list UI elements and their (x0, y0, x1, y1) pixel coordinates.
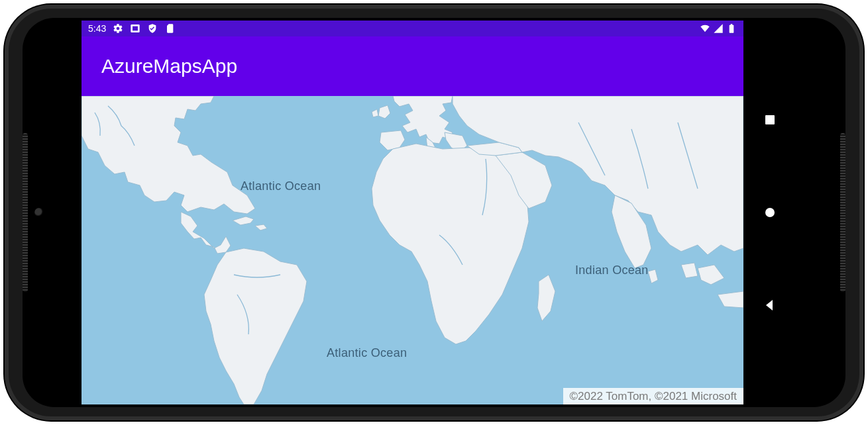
signal-icon (713, 23, 724, 34)
speaker-left (23, 133, 28, 292)
status-bar: 5:43 (81, 21, 743, 36)
map-label-atlantic-south: Atlantic Ocean (327, 346, 407, 360)
wifi-icon (700, 23, 710, 34)
home-button[interactable] (762, 205, 778, 220)
map-label-atlantic-north: Atlantic Ocean (241, 179, 321, 193)
app-viewport: 5:43 (81, 21, 743, 404)
overview-button[interactable] (762, 112, 778, 128)
map-view[interactable]: Atlantic Ocean Atlantic Ocean Indian Oce… (81, 96, 743, 404)
map-attribution: ©2022 TomTom, ©2021 Microsoft (563, 388, 743, 404)
status-time: 5:43 (88, 23, 106, 34)
back-button[interactable] (762, 297, 778, 313)
svg-rect-2 (765, 115, 775, 124)
speaker-right (840, 133, 845, 292)
map-label-indian: Indian Ocean (575, 263, 649, 277)
keyboard-icon (130, 23, 140, 34)
device-screen: 5:43 (81, 21, 796, 404)
gear-icon (113, 23, 123, 34)
app-action-bar: AzureMapsApp (81, 36, 743, 96)
shield-icon (147, 23, 158, 34)
battery-icon (726, 23, 737, 34)
android-nav-bar (743, 21, 796, 404)
app-title: AzureMapsApp (101, 55, 237, 77)
svg-rect-1 (133, 26, 138, 31)
sd-card-icon (164, 23, 175, 34)
svg-point-3 (765, 208, 775, 217)
world-map-canvas (81, 96, 743, 404)
device-frame: 5:43 (5, 5, 863, 420)
camera-dot (34, 208, 44, 217)
